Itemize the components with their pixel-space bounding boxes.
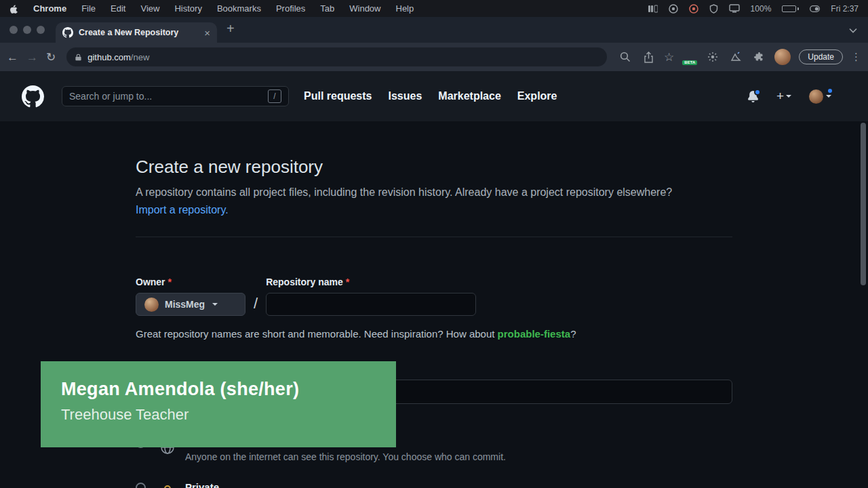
menubar-bookmarks[interactable]: Bookmarks [217, 3, 261, 14]
github-header: / Pull requests Issues Marketplace Explo… [0, 71, 868, 121]
battery-percent: 100% [751, 4, 772, 14]
macos-menubar: Chrome File Edit View History Bookmarks … [0, 0, 868, 17]
nav-explore[interactable]: Explore [517, 90, 557, 102]
lighthouse-extension-icon[interactable] [728, 49, 743, 64]
owner-caret-icon [212, 303, 218, 306]
control-center-icon[interactable] [810, 5, 820, 12]
github-favicon [62, 27, 73, 38]
zoom-icon[interactable] [618, 49, 633, 64]
owner-select[interactable]: MissMeg [136, 293, 245, 316]
github-search[interactable]: / [62, 86, 289, 106]
hint-text: Great repository names are short and mem… [136, 328, 498, 340]
menubar-edit[interactable]: Edit [111, 3, 125, 14]
padlock-icon[interactable] [75, 53, 82, 62]
intro-text: A repository contains all project files,… [136, 186, 672, 198]
beta-extension-icon[interactable]: BETA [682, 49, 697, 64]
browser-update-button[interactable]: Update [799, 49, 843, 64]
hint-question-mark: ? [570, 328, 576, 340]
import-repository-link[interactable]: Import a repository. [136, 204, 229, 216]
url-host: github.com [87, 52, 131, 62]
menubar-help[interactable]: Help [396, 3, 414, 14]
beta-badge: BETA [682, 60, 697, 65]
menubar-window[interactable]: Window [349, 3, 380, 14]
menubar-file[interactable]: File [81, 3, 96, 14]
page-scrollbar[interactable] [861, 123, 866, 285]
repo-name-label: Repository name* [266, 277, 476, 287]
divider [136, 237, 732, 237]
reload-button[interactable]: ↻ [46, 52, 56, 63]
presenter-name: Megan Amendola (she/her) [61, 379, 376, 400]
nav-issues[interactable]: Issues [388, 90, 422, 102]
page-intro: A repository contains all project files,… [136, 184, 698, 219]
apple-menu-icon[interactable] [9, 3, 18, 14]
presenter-role: Treehouse Teacher [61, 406, 376, 424]
tab-title: Create a New Repository [79, 28, 199, 37]
browser-toolbar: ← → ↻ github.com/new ☆ BETA Upda [0, 43, 868, 71]
window-minimize-button[interactable] [23, 26, 31, 34]
shield-status-icon[interactable] [709, 4, 718, 14]
owner-label: Owner* [136, 277, 245, 287]
window-close-button[interactable] [9, 26, 18, 34]
visibility-private-row[interactable]: Private [136, 481, 732, 488]
private-label: Private [185, 481, 219, 488]
window-zoom-button[interactable] [37, 26, 45, 34]
bookmark-star-icon[interactable]: ☆ [664, 50, 674, 64]
slash-key-badge: / [268, 89, 281, 103]
user-avatar [809, 89, 823, 104]
url-path: /new [131, 52, 149, 62]
new-tab-button[interactable]: + [226, 22, 235, 35]
address-bar[interactable]: github.com/new [66, 47, 607, 66]
owner-name: MissMeg [165, 299, 205, 310]
share-icon[interactable] [641, 49, 656, 64]
menubar-clock[interactable]: Fri 2:37 [831, 4, 859, 14]
menubar-profiles[interactable]: Profiles [276, 3, 305, 14]
suggested-repo-name[interactable]: probable-fiesta [498, 328, 571, 340]
github-main: Create a new repository A repository con… [0, 121, 868, 488]
required-asterisk: * [168, 277, 172, 287]
menubar-app-name[interactable]: Chrome [33, 3, 66, 14]
tab-close-icon[interactable]: × [204, 28, 210, 38]
create-new-menu[interactable]: + [776, 89, 791, 104]
nav-marketplace[interactable]: Marketplace [438, 90, 501, 102]
page-title: Create a new repository [136, 155, 732, 178]
presenter-name-overlay: Megan Amendola (she/her) Treehouse Teach… [41, 361, 396, 447]
menubar-view[interactable]: View [140, 3, 159, 14]
avatar-notification-dot [827, 87, 833, 94]
user-menu[interactable] [809, 89, 831, 104]
browser-tab-strip: Create a New Repository × + [0, 17, 868, 43]
github-nav: Pull requests Issues Marketplace Explore [304, 90, 557, 102]
settings-extension-icon[interactable] [705, 49, 720, 64]
notifications-bell-icon[interactable] [747, 91, 759, 102]
screen: Chrome File Edit View History Bookmarks … [0, 0, 868, 488]
repo-name-input[interactable] [266, 293, 476, 316]
lock-icon [159, 484, 176, 488]
repo-name-form-row: Owner* MissMeg / Repository name* [136, 277, 732, 316]
private-radio[interactable] [136, 483, 146, 488]
browser-tab[interactable]: Create a New Repository × [56, 22, 217, 43]
github-header-actions: + [747, 89, 846, 104]
back-button[interactable]: ← [7, 52, 18, 63]
extensions-puzzle-icon[interactable] [751, 49, 766, 64]
record-status-icon[interactable] [689, 4, 698, 14]
notification-dot [754, 89, 761, 96]
repo-name-hint: Great repository names are short and mem… [136, 327, 732, 342]
owner-repo-separator: / [245, 295, 266, 316]
public-description: Anyone on the internet can see this repo… [185, 451, 506, 464]
nav-pull-requests[interactable]: Pull requests [304, 90, 372, 102]
private-option-text: Private [185, 481, 219, 488]
browser-profile-avatar[interactable] [774, 49, 791, 65]
camera-status-icon[interactable] [669, 4, 678, 14]
github-logo-icon[interactable] [22, 85, 44, 108]
owner-field: Owner* MissMeg [136, 277, 245, 316]
repo-name-field: Repository name* [266, 277, 476, 316]
url-text: github.com/new [87, 51, 149, 63]
display-status-icon[interactable] [729, 4, 740, 13]
window-manager-icon[interactable] [648, 5, 658, 13]
tab-search-chevron-icon[interactable] [849, 24, 857, 36]
github-search-input[interactable] [69, 91, 268, 102]
browser-menu-icon[interactable]: ⋮ [851, 51, 861, 63]
menubar-tab[interactable]: Tab [320, 3, 334, 14]
menubar-history[interactable]: History [174, 3, 201, 14]
required-asterisk: * [346, 277, 349, 287]
forward-button[interactable]: → [26, 52, 38, 63]
